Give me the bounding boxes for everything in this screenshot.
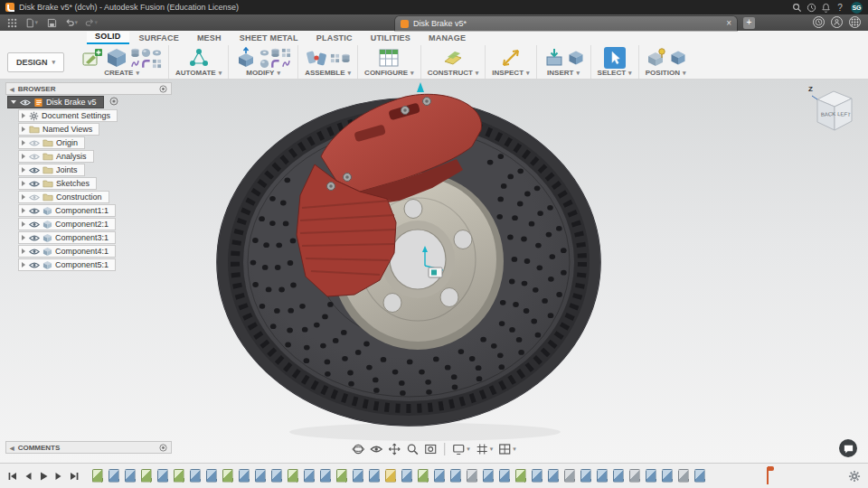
tab-plastic[interactable]: PLASTIC xyxy=(308,33,361,44)
configure-dropdown[interactable]: CONFIGURE▾ xyxy=(364,69,414,78)
split-body-button[interactable] xyxy=(270,59,280,69)
save-icon[interactable] xyxy=(45,16,58,29)
sphere-button[interactable] xyxy=(141,48,151,58)
new-component-button[interactable] xyxy=(106,47,127,69)
job-status-icon[interactable] xyxy=(804,1,818,14)
visibility-eye-icon[interactable] xyxy=(29,248,40,256)
timeline-feature-sketch-4[interactable] xyxy=(141,469,152,483)
coil-button[interactable] xyxy=(130,59,140,69)
visibility-eye-icon[interactable] xyxy=(29,261,40,269)
3d-viewport[interactable]: ◀ BROWSER Disk Brake v5 Document Setting… xyxy=(0,80,868,463)
timeline-feature-feature-28[interactable] xyxy=(532,469,542,483)
new-tab-button[interactable]: + xyxy=(743,17,755,29)
viewports-icon[interactable]: ▾ xyxy=(498,443,516,455)
timeline-feature-sketch-9[interactable] xyxy=(222,469,233,483)
rigid-group-button[interactable] xyxy=(330,53,340,63)
timeline-feature-feature-17[interactable] xyxy=(353,469,363,483)
timeline-feature-sketch-6[interactable] xyxy=(174,469,184,483)
search-icon[interactable] xyxy=(789,1,804,14)
timeline-feature-feature-18[interactable] xyxy=(369,469,380,483)
draft-button[interactable] xyxy=(281,59,291,69)
measure-button[interactable] xyxy=(500,47,522,69)
browser-root-row[interactable]: Disk Brake v5 xyxy=(5,96,172,108)
configure-button[interactable] xyxy=(378,47,400,69)
timeline-feature-feature-36[interactable] xyxy=(662,469,673,483)
assemble-dropdown[interactable]: ASSEMBLE▾ xyxy=(305,69,351,78)
automate-dropdown[interactable]: AUTOMATE▾ xyxy=(175,69,222,78)
motion-link-button[interactable] xyxy=(341,53,351,63)
timeline-feature-feature-29[interactable] xyxy=(548,469,559,483)
timeline-feature-feature-5[interactable] xyxy=(157,469,168,483)
timeline-feature-feature-8[interactable] xyxy=(206,469,217,483)
timeline-feature-joint-34[interactable] xyxy=(629,469,640,483)
automate-button[interactable] xyxy=(188,47,210,69)
browser-row-document-settings[interactable]: Document Settings xyxy=(5,109,172,122)
browser-row-component3[interactable]: Component3:1 xyxy=(5,231,172,244)
expand-caret-icon[interactable] xyxy=(11,100,16,104)
visibility-eye-icon[interactable] xyxy=(20,99,31,107)
capture-position-button[interactable] xyxy=(646,47,667,69)
browser-row-component1[interactable]: Component1:1 xyxy=(5,204,172,217)
tab-utilities[interactable]: UTILITIES xyxy=(363,33,419,44)
browser-row-joints[interactable]: Joints xyxy=(5,164,172,176)
grid-layout-icon[interactable]: ▾ xyxy=(476,443,494,455)
timeline-feature-joint-30[interactable] xyxy=(564,469,575,483)
app-grid-icon[interactable] xyxy=(5,16,18,29)
browser-row-origin[interactable]: Origin xyxy=(5,136,172,149)
close-tab-icon[interactable]: × xyxy=(726,19,731,28)
position-dropdown[interactable]: POSITION▾ xyxy=(646,69,686,78)
panel-options-icon[interactable] xyxy=(159,444,167,452)
timeline-feature-feature-23[interactable] xyxy=(450,469,461,483)
tab-surface[interactable]: SURFACE xyxy=(131,33,187,44)
visibility-eye-icon[interactable] xyxy=(29,221,40,229)
redo-icon[interactable]: ▾ xyxy=(85,16,98,29)
timeline-feature-joint-37[interactable] xyxy=(678,469,689,483)
pan-icon[interactable] xyxy=(388,443,401,455)
timeline-feature-feature-3[interactable] xyxy=(125,469,136,483)
browser-row-component2[interactable]: Component2:1 xyxy=(5,218,172,230)
visibility-eye-icon[interactable] xyxy=(29,207,40,215)
workspace-switcher[interactable]: DESIGN▾ xyxy=(7,52,64,72)
timeline-feature-feature-14[interactable] xyxy=(304,469,315,483)
timeline-feature-feature-20[interactable] xyxy=(401,469,412,483)
browser-row-component4[interactable]: Component4:1 xyxy=(5,245,172,258)
panel-options-icon[interactable] xyxy=(159,85,167,93)
timeline-feature-feature-26[interactable] xyxy=(499,469,510,483)
browser-row-construction[interactable]: Construction xyxy=(5,191,172,203)
user-avatar[interactable]: SG xyxy=(851,2,863,14)
timeline-feature-joint-24[interactable] xyxy=(467,469,477,483)
torus-button[interactable] xyxy=(152,48,162,58)
timeline-settings-gear-icon[interactable] xyxy=(848,470,861,483)
visibility-eye-icon[interactable] xyxy=(29,180,40,188)
shell-button[interactable] xyxy=(270,48,280,58)
timeline-feature-feature-38[interactable] xyxy=(694,469,705,483)
apps-icon[interactable] xyxy=(849,16,861,28)
insert-mcmaster-button[interactable] xyxy=(568,50,584,66)
viewcube-face-back[interactable]: BACK xyxy=(821,111,836,117)
inspect-dropdown[interactable]: INSPECT▾ xyxy=(492,69,529,78)
select-dropdown[interactable]: SELECT▾ xyxy=(598,69,632,78)
collapse-panel-icon[interactable]: ◀ xyxy=(10,445,14,451)
construct-dropdown[interactable]: CONSTRUCT▾ xyxy=(428,69,479,78)
timeline-feature-feature-25[interactable] xyxy=(483,469,494,483)
insert-dropdown[interactable]: INSERT▾ xyxy=(547,69,580,78)
timeline-feature-feature-31[interactable] xyxy=(580,469,591,483)
press-pull-button[interactable] xyxy=(235,47,257,69)
visibility-eye-icon[interactable] xyxy=(29,193,40,202)
fillet-button[interactable] xyxy=(259,48,269,58)
timeline-feature-plane-19[interactable] xyxy=(385,469,396,483)
create-dropdown[interactable]: CREATE▾ xyxy=(104,69,139,78)
browser-row-analysis[interactable]: Analysis xyxy=(5,150,172,163)
timeline-feature-feature-2[interactable] xyxy=(108,469,119,483)
zoom-icon[interactable] xyxy=(406,443,419,455)
skip-to-end-button[interactable] xyxy=(69,471,80,482)
construction-plane-button[interactable] xyxy=(442,47,464,69)
pattern-button[interactable] xyxy=(152,59,162,69)
notifications-bell-icon[interactable] xyxy=(818,1,833,14)
undo-icon[interactable]: ▾ xyxy=(65,16,78,29)
timeline-feature-feature-32[interactable] xyxy=(597,469,608,483)
tab-manage[interactable]: MANAGE xyxy=(420,33,474,44)
revert-position-button[interactable] xyxy=(670,50,686,66)
timeline-feature-sketch-21[interactable] xyxy=(418,469,429,483)
browser-row-named-views[interactable]: Named Views xyxy=(5,123,172,136)
